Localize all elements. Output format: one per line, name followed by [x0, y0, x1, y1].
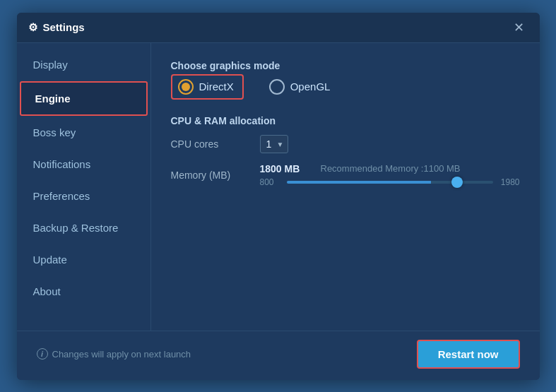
cpu-cores-select[interactable]: 1 2 4 [260, 135, 288, 153]
cpu-ram-section: CPU & RAM allocation CPU cores 1 2 4 Mem… [171, 115, 520, 197]
graphics-section: Choose graphics mode DirectX OpenGL [171, 60, 520, 100]
memory-value: 1800 MB [260, 163, 309, 174]
directx-label: DirectX [199, 81, 234, 93]
recommended-memory: Recommended Memory :1100 MB [321, 163, 461, 174]
sidebar-item-display[interactable]: Display [17, 49, 150, 81]
restart-now-button[interactable]: Restart now [417, 340, 520, 369]
content-area: Display Engine Boss key Notifications Pr… [17, 43, 540, 331]
directx-option-wrapper[interactable]: DirectX [171, 74, 244, 100]
memory-row: Memory (MB) 1800 MB Recommended Memory :… [171, 163, 520, 187]
sidebar-item-bosskey[interactable]: Boss key [17, 117, 150, 148]
cpu-select-wrapper: 1 2 4 [260, 135, 288, 153]
graphics-options: DirectX OpenGL [171, 74, 520, 100]
directx-radio-fill [182, 83, 190, 91]
graphics-title: Choose graphics mode [171, 60, 520, 71]
opengl-label: OpenGL [290, 81, 331, 93]
memory-info-row: 1800 MB Recommended Memory :1100 MB [260, 163, 520, 174]
close-button[interactable]: ✕ [509, 20, 528, 35]
settings-dialog: ⚙ Settings ✕ Display Engine Boss key Not… [17, 13, 540, 380]
footer: i Changes will apply on next launch Rest… [17, 331, 540, 380]
gear-icon: ⚙ [28, 21, 37, 34]
info-icon: i [37, 348, 48, 360]
directx-radio[interactable] [178, 79, 194, 95]
sidebar-item-engine[interactable]: Engine [20, 81, 148, 116]
sidebar-item-update[interactable]: Update [17, 244, 150, 275]
slider-max: 1980 [499, 177, 520, 187]
cpu-label: CPU cores [171, 138, 249, 150]
sidebar-item-backup[interactable]: Backup & Restore [17, 212, 150, 244]
footer-note: i Changes will apply on next launch [37, 348, 191, 360]
memory-label: Memory (MB) [171, 170, 249, 181]
slider-min: 800 [260, 177, 281, 187]
sidebar-item-about[interactable]: About [17, 275, 150, 307]
sidebar-item-notifications[interactable]: Notifications [17, 148, 150, 180]
title-bar-left: ⚙ Settings [28, 21, 85, 34]
dialog-title: Settings [43, 21, 85, 33]
memory-slider[interactable] [287, 181, 493, 184]
cpu-row: CPU cores 1 2 4 [171, 135, 520, 153]
sidebar-item-preferences[interactable]: Preferences [17, 180, 150, 212]
main-panel: Choose graphics mode DirectX OpenGL [151, 43, 540, 331]
cpu-ram-title: CPU & RAM allocation [171, 115, 520, 126]
footer-note-text: Changes will apply on next launch [52, 349, 191, 360]
memory-slider-wrapper: 800 1980 [260, 177, 520, 187]
title-bar: ⚙ Settings ✕ [17, 13, 540, 43]
opengl-option[interactable]: OpenGL [269, 79, 331, 95]
sidebar: Display Engine Boss key Notifications Pr… [17, 43, 151, 331]
opengl-radio[interactable] [269, 79, 285, 95]
